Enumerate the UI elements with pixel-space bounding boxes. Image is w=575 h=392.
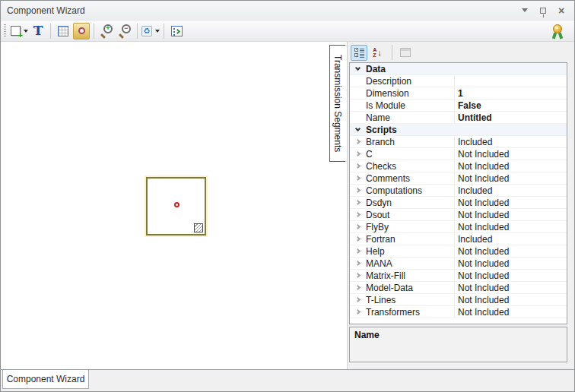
resize-handle-icon[interactable] <box>194 223 203 232</box>
property-row[interactable]: DsdynNot Included <box>350 197 567 209</box>
property-value[interactable]: Not Included <box>454 294 567 305</box>
toolbar-separator <box>164 24 164 39</box>
property-row[interactable]: FlyByNot Included <box>350 221 567 233</box>
property-row[interactable]: ChecksNot Included <box>350 160 567 172</box>
expand-chevron-icon[interactable] <box>354 273 360 278</box>
collapse-chevron-icon[interactable] <box>354 65 360 71</box>
property-row[interactable]: Matrix-FillNot Included <box>350 270 567 282</box>
property-row[interactable]: T-LinesNot Included <box>350 294 567 306</box>
plus-badge-icon: + <box>18 31 23 40</box>
property-value[interactable]: 1 <box>454 87 567 99</box>
property-row[interactable]: Description <box>350 75 567 87</box>
property-row[interactable]: HelpNot Included <box>350 245 567 258</box>
chevron-down-icon <box>522 8 528 12</box>
component-shape[interactable] <box>146 177 206 236</box>
property-row[interactable]: FortranIncluded <box>350 233 567 245</box>
property-pages-icon <box>400 48 411 57</box>
text-icon: T <box>33 24 43 37</box>
property-row[interactable]: CommentsNot Included <box>350 172 567 185</box>
toolbar-grip[interactable] <box>4 24 6 38</box>
expand-chevron-icon[interactable] <box>354 309 360 315</box>
design-canvas[interactable] <box>1 42 348 369</box>
property-value[interactable]: Included <box>454 136 567 147</box>
side-tab-transmission-segments[interactable]: Transmission Segments <box>329 45 345 162</box>
property-value[interactable]: Not Included <box>454 172 567 184</box>
connection-port[interactable] <box>174 202 179 207</box>
category-row[interactable]: Scripts <box>350 124 567 136</box>
property-value[interactable]: Not Included <box>454 148 567 160</box>
property-row[interactable]: TransformersNot Included <box>350 306 567 318</box>
property-value[interactable]: Not Included <box>454 221 567 232</box>
property-name: Comments <box>365 173 454 184</box>
property-value[interactable]: Not Included <box>454 258 567 269</box>
category-row[interactable]: Data <box>350 63 567 75</box>
expand-chevron-icon[interactable] <box>354 200 360 205</box>
expand-chevron-icon[interactable] <box>354 224 360 229</box>
property-value[interactable]: Included <box>454 233 567 245</box>
category-label: Scripts <box>365 125 397 135</box>
property-row[interactable]: NameUntitled <box>350 112 567 124</box>
recycle-bin-icon: ♻ <box>141 26 152 36</box>
sort-az-icon: A Z ↓ <box>373 47 382 58</box>
property-row[interactable]: DsoutNot Included <box>350 209 567 221</box>
expand-chevron-icon[interactable] <box>354 188 360 193</box>
property-row[interactable]: MANANot Included <box>350 258 567 270</box>
expand-chevron-icon[interactable] <box>354 139 360 144</box>
clean-up-button[interactable]: ♻ <box>141 23 160 40</box>
property-row[interactable]: ComputationsIncluded <box>350 185 567 197</box>
expand-chevron-icon[interactable] <box>354 297 360 302</box>
property-row[interactable]: BranchIncluded <box>350 136 567 148</box>
expand-chevron-icon[interactable] <box>354 212 360 217</box>
property-value[interactable] <box>454 75 567 87</box>
property-value[interactable]: False <box>454 100 567 111</box>
expand-chevron-icon[interactable] <box>354 261 360 266</box>
new-graphic-object-button[interactable]: + <box>11 23 28 40</box>
wizard-button[interactable] <box>549 23 566 40</box>
alphabetical-sort-button[interactable]: A Z ↓ <box>369 45 386 61</box>
dots-glyph <box>173 28 175 30</box>
tab-component-wizard[interactable]: Component Wizard <box>2 370 89 389</box>
property-value[interactable]: Not Included <box>454 270 567 281</box>
property-value[interactable]: Not Included <box>454 160 567 172</box>
collapse-chevron-icon[interactable] <box>354 126 360 131</box>
auto-hide-button[interactable] <box>536 4 550 17</box>
side-tab-label: Transmission Segments <box>332 55 343 152</box>
property-value[interactable]: Untitled <box>454 112 567 123</box>
add-connection-port-button[interactable] <box>73 23 90 40</box>
expand-chevron-icon[interactable] <box>354 163 360 169</box>
expand-chevron-icon[interactable] <box>354 236 360 242</box>
edit-script-button[interactable] <box>168 23 185 40</box>
property-value[interactable]: Not Included <box>454 245 567 257</box>
property-name: Dsdyn <box>365 198 454 208</box>
window-title: Component Wizard <box>7 5 85 16</box>
expand-chevron-icon[interactable] <box>354 175 360 181</box>
property-value[interactable]: Included <box>454 185 567 196</box>
property-name: Dimension <box>365 88 454 99</box>
zoom-in-button[interactable]: + <box>98 23 115 40</box>
property-row[interactable]: Is ModuleFalse <box>350 100 567 112</box>
property-value[interactable]: Not Included <box>454 209 567 220</box>
property-value[interactable]: Not Included <box>454 282 567 293</box>
categorized-view-button[interactable] <box>351 45 367 61</box>
property-name: MANA <box>365 258 454 269</box>
add-text-button[interactable]: T <box>30 23 46 40</box>
property-value[interactable]: Not Included <box>454 197 567 208</box>
toggle-grid-button[interactable] <box>55 23 71 40</box>
category-label: Data <box>365 64 386 74</box>
expand-chevron-icon[interactable] <box>354 285 360 290</box>
expand-chevron-icon[interactable] <box>354 248 360 254</box>
zoom-out-button[interactable]: − <box>116 23 133 40</box>
property-row[interactable]: Dimension1 <box>350 87 567 100</box>
property-row[interactable]: CNot Included <box>350 148 567 160</box>
property-pages-button[interactable] <box>397 45 414 61</box>
dropdown-caret-icon <box>155 30 160 33</box>
property-row[interactable]: Model-DataNot Included <box>350 282 567 294</box>
property-value[interactable]: Not Included <box>454 306 567 318</box>
close-icon: × <box>558 5 564 16</box>
window-position-menu-button[interactable] <box>518 4 532 17</box>
close-button[interactable]: × <box>554 4 568 17</box>
expand-chevron-icon[interactable] <box>354 151 360 156</box>
bottom-tab-label: Component Wizard <box>7 374 85 384</box>
property-name: T-Lines <box>365 295 454 305</box>
property-name: Help <box>365 246 454 257</box>
